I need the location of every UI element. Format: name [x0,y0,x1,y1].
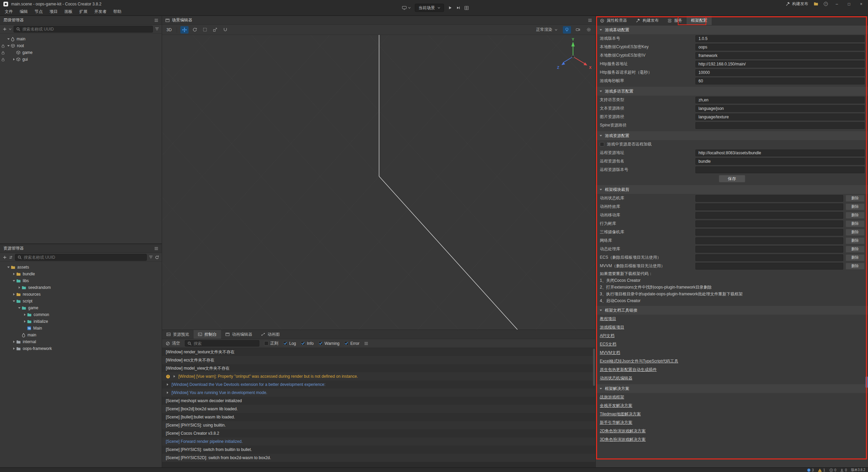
sort-icon[interactable] [9,255,13,259]
scene-viewport[interactable]: Y X Z [162,35,595,330]
menu-item-4[interactable]: 面板 [61,9,76,15]
filter-log[interactable]: Log [283,341,296,346]
doc-link[interactable]: 2D角色扮演游戏解决方案 [596,427,868,435]
panel-menu-icon[interactable] [154,19,158,22]
scale-tool-button[interactable] [211,26,219,34]
module-input[interactable] [695,246,843,253]
preview-grid-button[interactable] [464,6,469,10]
asset-node-initialize[interactable]: initialize [0,318,162,325]
asset-node-libs[interactable]: libs [0,277,162,284]
log-row[interactable]: [Scene] Cocos Creator v3.8.2 [162,429,595,437]
log-row[interactable]: [Scene] [box2d]:box2d wasm lib loaded. [162,405,595,413]
log-row[interactable]: [Scene] [PHYSICS]: switch from builtin t… [162,446,595,454]
menu-item-0[interactable]: 文件 [1,9,16,15]
caret-down-icon[interactable] [599,387,603,390]
caret-down-icon[interactable] [599,188,603,191]
save-button[interactable]: 保存 [719,175,745,182]
doc-link[interactable]: 教程项目 [596,315,868,323]
checkbox-icon[interactable] [600,142,604,146]
expand-caret-icon[interactable] [173,375,176,378]
caret-down-icon[interactable] [12,299,16,303]
module-input[interactable] [695,237,843,244]
section-header[interactable]: 框架解决方案 [596,384,868,393]
doc-link[interactable]: 全栈开发解决方案 [596,401,868,410]
caret-down-icon[interactable] [6,44,11,47]
caret-right-icon[interactable] [12,340,16,343]
tab-animation-graph[interactable]: 动画图 [257,330,284,339]
hierarchy-search-input[interactable] [22,27,150,32]
field-input[interactable] [695,52,865,59]
play-button[interactable] [448,6,452,10]
log-row[interactable]: [Window] You are running Vue in developm… [162,389,595,397]
doc-link[interactable]: 战旗游戏框架 [596,393,868,401]
tab-property-inspector[interactable]: 属性检查器 [596,16,631,25]
menu-item-5[interactable]: 扩展 [76,9,91,15]
doc-link[interactable]: 游戏模板项目 [596,323,868,332]
log-row[interactable]: [Scene] [PHYSICS]: using builtin. [162,421,595,429]
log-row[interactable]: [Window] model_view文件夹不存在 [162,364,595,372]
axis-gizmo[interactable]: Y X Z [552,37,595,81]
caret-right-icon[interactable] [22,320,27,323]
lighting-toggle-button[interactable] [563,26,571,34]
help-icon[interactable]: ? [824,2,828,6]
log-options-icon[interactable] [364,342,368,345]
minimize-button[interactable]: – [833,2,840,6]
lock-icon[interactable] [1,44,5,48]
console-search[interactable] [185,340,259,347]
expand-caret-icon[interactable] [166,391,169,394]
tab-asset-preview[interactable]: 资源预览 [162,330,194,339]
maximize-button[interactable]: □ [846,2,852,6]
filter-icon[interactable] [149,255,153,259]
field-input[interactable] [695,166,865,173]
doc-link[interactable]: MVVM文档 [596,349,868,357]
hierarchy-node-main[interactable]: main [0,36,162,42]
caret-right-icon[interactable] [12,347,16,350]
asset-node-resources[interactable]: resources [0,291,162,298]
tab-framework-config[interactable]: 框架配置 [687,16,712,25]
preview-target-select[interactable] [402,6,411,10]
render-mode-select[interactable]: 正常渲染 [533,26,560,33]
delete-button[interactable]: 删除 [846,254,865,261]
module-input[interactable] [695,254,843,261]
asset-node-bundle[interactable]: bundle [0,271,162,277]
section-header[interactable]: 框架模块裁剪 [596,185,868,194]
asset-node-Main[interactable]: TSMain [0,325,162,332]
field-input[interactable] [695,35,865,42]
section-header[interactable]: 游戏资源配置 [596,131,868,140]
caret-down-icon[interactable] [599,90,603,93]
rect-tool-button[interactable] [201,26,209,34]
log-row[interactable]: [Scene] [PHYSICS2D]: switch from box2d-w… [162,454,595,462]
panel-menu-icon[interactable] [154,247,158,250]
module-input[interactable] [695,195,843,202]
doc-link[interactable]: Tiledmap地图解决方案 [596,410,868,418]
build-publish-button[interactable]: 构建发布 [786,1,808,7]
menu-item-7[interactable]: 帮助 [110,9,125,15]
caret-down-icon[interactable] [6,266,11,269]
module-input[interactable] [695,212,843,219]
rotate-tool-button[interactable] [191,26,199,34]
hierarchy-node-game[interactable]: game [0,49,162,56]
field-input[interactable] [695,158,865,165]
caret-down-icon[interactable] [6,37,11,41]
filter-icon[interactable] [155,27,159,31]
refresh-icon[interactable] [155,255,159,259]
add-node-button[interactable] [3,27,7,31]
delete-button[interactable]: 删除 [846,229,865,236]
close-button[interactable]: × [858,2,865,6]
asset-node-game[interactable]: game [0,304,162,311]
menu-item-1[interactable]: 编辑 [16,9,31,15]
caret-right-icon[interactable] [17,286,22,289]
regex-toggle[interactable]: 正则 [264,340,278,346]
tab-console[interactable]: 控制台 [194,330,221,339]
doc-link[interactable]: 动画状态机编辑器 [596,374,868,382]
asset-node-seedrandom[interactable]: seedrandom [0,284,162,291]
caret-right-icon[interactable] [22,313,27,316]
mode-3d-button[interactable]: 3D [165,26,173,34]
asset-node-oops-framework[interactable]: oops-framework [0,345,162,352]
assets-search[interactable] [15,254,147,261]
filter-warning[interactable]: Warning [318,341,339,346]
section-header[interactable]: 框架文档工具链接 [596,306,868,315]
asset-node-common[interactable]: common [0,311,162,318]
module-input[interactable] [695,263,843,270]
delete-button[interactable]: 删除 [846,220,865,227]
